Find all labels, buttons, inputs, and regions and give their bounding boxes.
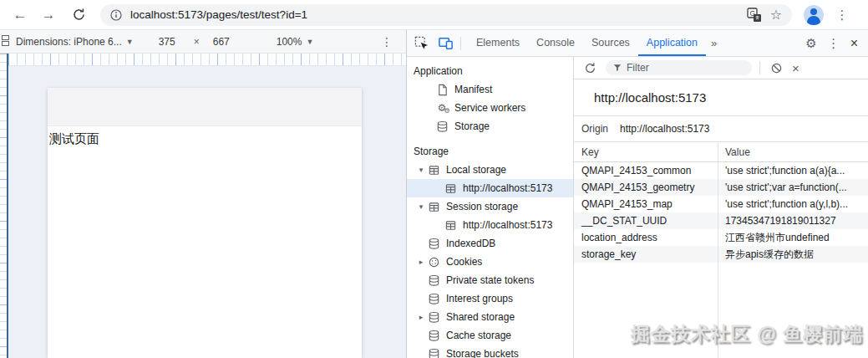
sidebar-item-private-state-tokens[interactable]: Private state tokens <box>407 271 573 289</box>
url-text[interactable]: localhost:5173/pages/test/test?id=1 <box>130 8 740 21</box>
database-icon <box>427 329 440 342</box>
sidebar-item-manifest[interactable]: Manifest <box>407 80 573 99</box>
settings-gear-icon[interactable]: ⚙ <box>805 36 816 51</box>
profile-avatar[interactable] <box>804 5 824 25</box>
emulation-canvas: 测试页面 <box>8 66 406 358</box>
browser-menu-icon[interactable]: ⋮ <box>835 8 849 23</box>
application-sidebar: Application Manifest ⚙⚙ Service workers … <box>407 57 574 358</box>
filter-input[interactable] <box>627 62 745 74</box>
close-devtools-icon[interactable]: × <box>850 36 858 51</box>
local-storage-view: × http://localhost:5173 Origin http://lo… <box>574 57 868 358</box>
sidebar-item-local-storage-origin[interactable]: http://localhost:5173 <box>407 179 573 197</box>
gears-icon: ⚙⚙ <box>435 101 449 115</box>
chevron-down-icon[interactable]: ▼ <box>306 38 313 46</box>
tab-sources[interactable]: Sources <box>583 30 638 56</box>
database-icon <box>427 310 440 324</box>
device-dimensions-select[interactable]: Dimensions: iPhone 6... <box>16 36 122 48</box>
cookie-icon <box>427 255 440 268</box>
browser-window: ← → localhost:5173/pages/test/test?id=1 … <box>0 0 868 358</box>
column-header-key[interactable]: Key <box>574 146 718 158</box>
horizontal-ruler <box>8 54 406 66</box>
table-icon <box>427 163 440 176</box>
chevron-down-icon[interactable]: ▼ <box>126 38 134 46</box>
origin-heading: http://localhost:5173 <box>574 79 868 116</box>
sidebar-item-interest-groups[interactable]: Interest groups <box>407 289 573 308</box>
translate-icon[interactable]: G <box>747 8 762 23</box>
filter-funnel-icon <box>612 63 622 73</box>
table-row[interactable]: storage_key 异步apis缓存的数据 <box>574 246 868 263</box>
zoom-level-select[interactable]: 100% <box>277 36 302 48</box>
device-emulation-area: Dimensions: iPhone 6... ▼ 375 × 667 100%… <box>0 30 406 358</box>
expander-icon[interactable]: ▾ <box>415 202 427 211</box>
database-icon <box>427 347 440 358</box>
back-icon[interactable]: ← <box>10 5 30 25</box>
database-icon <box>427 274 440 287</box>
sidebar-item-cookies[interactable]: ▸ Cookies <box>407 253 573 271</box>
filter-box[interactable] <box>606 60 752 75</box>
storage-section-header: Storage <box>407 142 573 161</box>
delete-selected-icon[interactable]: × <box>792 61 799 75</box>
table-header-row: Key Value <box>574 142 868 162</box>
devtools-tabbar: Elements Console Sources Application » ⚙… <box>407 30 868 57</box>
table-row[interactable]: __DC_STAT_UUID 17345347191819011327 <box>574 212 868 229</box>
expander-icon[interactable]: ▾ <box>415 166 427 174</box>
table-icon <box>444 182 457 195</box>
sidebar-item-shared-storage[interactable]: ▸ Shared storage <box>407 308 573 326</box>
device-toolbar: Dimensions: iPhone 6... ▼ 375 × 667 100%… <box>0 30 406 54</box>
table-row[interactable]: QMAPI_24153_map 'use strict';function a(… <box>574 196 868 212</box>
dimension-multiply-sign: × <box>194 36 200 48</box>
origin-label: Origin <box>581 123 608 135</box>
table-icon <box>444 218 457 232</box>
column-header-value[interactable]: Value <box>718 146 868 158</box>
origin-metadata-row: Origin http://localhost:5173 <box>574 116 868 142</box>
table-icon <box>427 200 440 213</box>
device-width-field[interactable]: 375 <box>159 36 175 48</box>
sidebar-item-session-storage[interactable]: ▾ Session storage <box>407 197 573 216</box>
sidebar-item-indexeddb[interactable]: IndexedDB <box>407 234 573 253</box>
inspect-element-icon[interactable] <box>414 35 430 52</box>
sidebar-item-storage[interactable]: Storage <box>407 117 573 136</box>
document-icon <box>435 83 449 96</box>
bookmark-star-icon[interactable]: ☆ <box>769 8 784 23</box>
toggle-device-toolbar-icon[interactable] <box>437 35 454 52</box>
sidebar-item-session-storage-origin[interactable]: http://localhost:5173 <box>407 216 573 234</box>
device-viewport[interactable]: 测试页面 <box>48 88 362 358</box>
tab-elements[interactable]: Elements <box>468 30 528 56</box>
storage-toolbar: × <box>574 57 868 79</box>
storage-items-table: Key Value QMAPI_24153_common 'use strict… <box>574 142 868 358</box>
device-height-field[interactable]: 667 <box>213 36 230 48</box>
table-row[interactable]: QMAPI_24153_geometry 'use strict';var a=… <box>574 179 868 196</box>
browser-toolbar: ← → localhost:5173/pages/test/test?id=1 … <box>0 0 868 30</box>
devtools-menu-icon[interactable]: ⋮ <box>827 36 840 51</box>
media-query-bar-icon[interactable] <box>2 35 9 49</box>
vertical-ruler <box>0 54 8 358</box>
refresh-icon[interactable] <box>581 59 598 76</box>
database-icon <box>427 292 440 305</box>
database-icon <box>427 237 440 250</box>
sidebar-item-cache-storage[interactable]: Cache storage <box>407 326 573 345</box>
site-info-icon[interactable] <box>109 8 124 23</box>
table-row[interactable]: QMAPI_24153_common 'use strict';function… <box>574 162 868 179</box>
clear-all-icon[interactable] <box>768 59 784 76</box>
application-section-header: Application <box>407 62 573 80</box>
origin-value: http://localhost:5173 <box>620 123 709 135</box>
expander-icon[interactable]: ▸ <box>415 258 427 266</box>
tab-console[interactable]: Console <box>528 30 583 56</box>
table-row[interactable]: location_address 江西省赣州市undefined <box>574 229 868 246</box>
sidebar-item-storage-buckets[interactable]: Storage buckets <box>407 345 573 358</box>
database-icon <box>435 120 449 133</box>
sidebar-item-local-storage[interactable]: ▾ Local storage <box>407 161 573 179</box>
tab-application[interactable]: Application <box>638 30 706 56</box>
devtools-panel: Elements Console Sources Application » ⚙… <box>406 30 868 358</box>
more-tabs-icon[interactable]: » <box>706 37 722 49</box>
reload-icon[interactable] <box>69 5 89 25</box>
device-toolbar-menu-icon[interactable]: ⋮ <box>381 35 393 49</box>
sidebar-item-service-workers[interactable]: ⚙⚙ Service workers <box>407 99 573 117</box>
forward-icon[interactable]: → <box>38 5 58 25</box>
expander-icon[interactable]: ▸ <box>415 313 427 321</box>
page-header-band <box>48 88 362 126</box>
address-bar[interactable]: localhost:5173/pages/test/test?id=1 G ☆ <box>100 4 792 26</box>
page-title: 测试页面 <box>49 131 362 147</box>
